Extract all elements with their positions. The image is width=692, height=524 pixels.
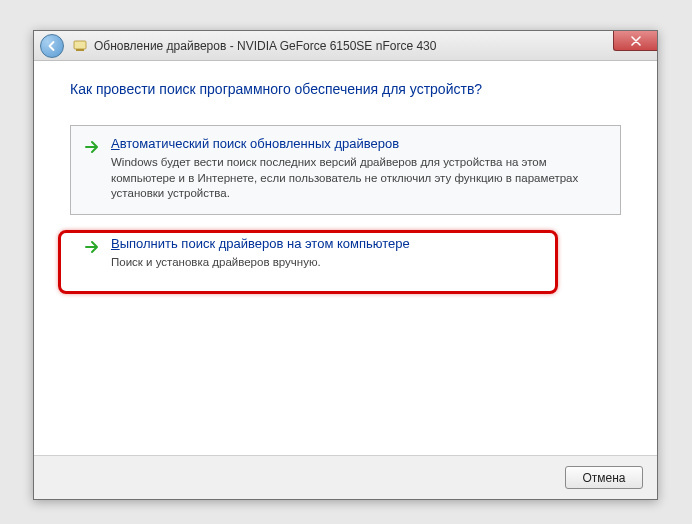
arrow-right-icon (83, 138, 101, 156)
close-button[interactable] (613, 31, 657, 51)
option-manual-title: Выполнить поиск драйверов на этом компью… (111, 236, 608, 251)
back-arrow-icon (46, 40, 58, 52)
option-manual-body: Выполнить поиск драйверов на этом компью… (111, 236, 608, 271)
option-auto-search[interactable]: Автоматический поиск обновленных драйвер… (70, 125, 621, 215)
page-headline: Как провести поиск программного обеспече… (70, 81, 621, 97)
option-manual-search[interactable]: Выполнить поиск драйверов на этом компью… (70, 225, 621, 284)
device-icon (72, 38, 88, 54)
option-auto-body: Автоматический поиск обновленных драйвер… (111, 136, 608, 202)
option-manual-desc: Поиск и установка драйверов вручную. (111, 255, 608, 271)
window-title: Обновление драйверов - NVIDIA GeForce 61… (94, 39, 436, 53)
content-area: Как провести поиск программного обеспече… (34, 61, 657, 455)
svg-rect-1 (76, 49, 84, 51)
svg-rect-0 (74, 41, 86, 49)
option-auto-title: Автоматический поиск обновленных драйвер… (111, 136, 608, 151)
option-auto-desc: Windows будет вести поиск последних верс… (111, 155, 608, 202)
titlebar: Обновление драйверов - NVIDIA GeForce 61… (34, 31, 657, 61)
cancel-button[interactable]: Отмена (565, 466, 643, 489)
dialog-window: Обновление драйверов - NVIDIA GeForce 61… (33, 30, 658, 500)
close-icon (631, 36, 641, 46)
back-button[interactable] (40, 34, 64, 58)
bottom-bar: Отмена (34, 455, 657, 499)
arrow-right-icon (83, 238, 101, 256)
